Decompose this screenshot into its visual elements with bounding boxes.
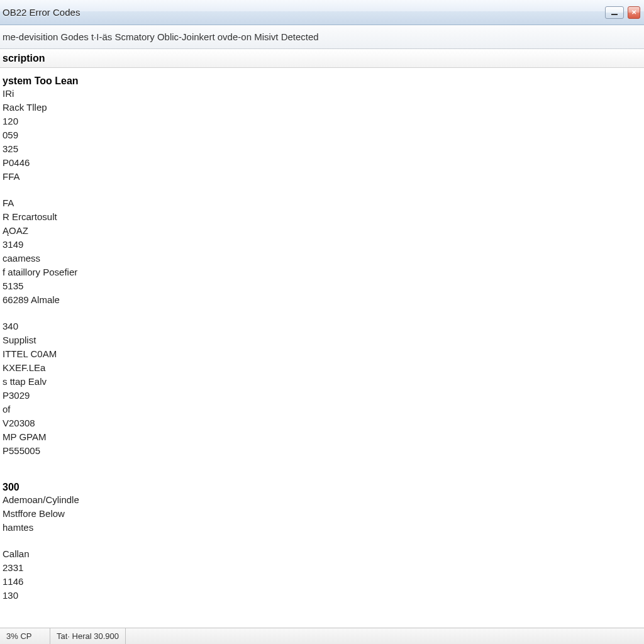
list-item: ĄOAZ [3,224,644,238]
list-item: 2331 [3,561,644,575]
status-cell-cpu: 3% CP [0,628,50,644]
group-title: ystem Too Lean [3,75,644,87]
group-title: 300 [3,482,644,493]
list-item: f ataillory Posefier [3,265,644,279]
list-item: 059 [3,128,644,142]
list-item: KXEF.LEa [3,361,644,375]
minimize-button[interactable] [605,6,624,19]
list-item: 120 [3,114,644,128]
list-item: R Ercartosult [3,210,644,224]
titlebar: OB22 Error Codes ✕ [0,0,644,25]
list-item: 325 [3,142,644,156]
list-item: FA [3,196,644,210]
list-item: 340 [3,319,644,333]
status-bar: 3% CP Tat· Heral 30.900 [0,628,644,644]
list-item: 3149 [3,238,644,252]
list-item: Callan [3,547,644,561]
minimize-icon [611,14,618,15]
column-header-row: scription [0,49,644,68]
list-item: V20308 [3,416,644,430]
list-item: 130 [3,589,644,602]
list-item: ITTEL C0AM [3,347,644,361]
list-item: Supplist [3,333,644,347]
close-icon: ✕ [631,9,636,16]
list-item: MP GPAM [3,430,644,444]
window-title: OB22 Error Codes [3,7,80,18]
list-item: P0446 [3,156,644,170]
list-item: 66289 Almale [3,293,644,307]
list-item: P3029 [3,389,644,402]
list-item: Ademoan/Cylindle [3,493,644,507]
list-item: P555005 [3,444,644,458]
content-area: ystem Too Lean IRi Rack Tllep 120 059 32… [0,68,644,602]
toolbar-text: me-devisition Godes t·I-äs Scmatory Obli… [3,31,319,42]
toolbar: me-devisition Godes t·I-äs Scmatory Obli… [0,25,644,49]
list-item: Mstffore Below [3,507,644,521]
list-item: FFA [3,170,644,184]
close-button[interactable]: ✕ [628,6,640,19]
column-header: scription [3,53,45,64]
list-item: s ttap Ealv [3,375,644,389]
list-item: of [3,402,644,416]
list-item: 1146 [3,575,644,589]
window-controls: ✕ [605,6,640,19]
list-item: IRi [3,87,644,101]
list-item: Rack Tllep [3,101,644,114]
list-item: hamtes [3,521,644,535]
list-item: caamess [3,252,644,265]
list-item: 5135 [3,279,644,293]
status-cell-info: Tat· Heral 30.900 [50,628,126,644]
